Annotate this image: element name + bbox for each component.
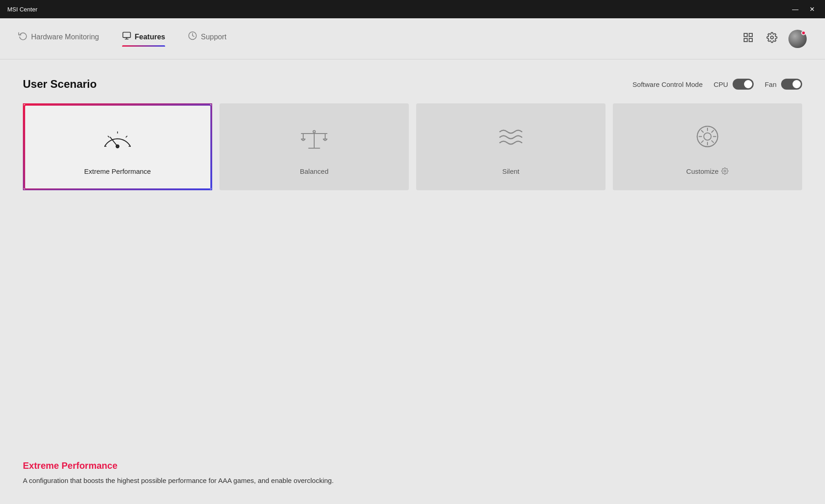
svg-rect-5 — [749, 33, 752, 37]
fan-label: Fan — [765, 80, 777, 88]
description-title: Extreme Performance — [23, 461, 802, 471]
svg-line-12 — [108, 136, 109, 137]
scenario-cards: Extreme Performance — [23, 103, 802, 190]
section-header: User Scenario Software Control Mode CPU … — [23, 78, 802, 91]
svg-rect-7 — [749, 38, 752, 42]
tab-features-label: Features — [135, 33, 166, 41]
navbar: Hardware Monitoring Features — [0, 18, 825, 59]
nav-tabs: Hardware Monitoring Features — [18, 31, 741, 46]
tab-hardware-monitoring-label: Hardware Monitoring — [31, 33, 99, 41]
page-content: User Scenario Software Control Mode CPU … — [0, 59, 825, 504]
clock-icon — [188, 31, 197, 43]
card-extreme-performance[interactable]: Extreme Performance — [23, 103, 212, 190]
svg-line-13 — [126, 136, 127, 137]
tab-support[interactable]: Support — [188, 31, 226, 46]
description-text: A configuration that boosts the highest … — [23, 476, 802, 486]
section-title: User Scenario — [23, 78, 96, 91]
svg-point-23 — [313, 130, 316, 133]
minimize-button[interactable]: — — [789, 5, 801, 14]
fan-toggle-group: Fan — [765, 79, 802, 90]
svg-rect-0 — [123, 32, 130, 38]
svg-point-24 — [704, 133, 711, 140]
card-balanced-label: Balanced — [300, 167, 329, 175]
cpu-toggle[interactable] — [733, 79, 754, 90]
cpu-toggle-group: CPU — [713, 79, 754, 90]
close-button[interactable]: ✕ — [807, 5, 818, 14]
svg-point-26 — [724, 170, 726, 172]
monitor-icon — [122, 31, 131, 43]
app-title: MSI Center — [7, 6, 38, 13]
scales-icon — [296, 119, 332, 160]
window-controls: — ✕ — [789, 5, 818, 14]
refresh-icon — [18, 31, 27, 43]
svg-point-15 — [116, 145, 119, 147]
svg-point-8 — [771, 36, 773, 39]
avatar[interactable] — [788, 30, 807, 48]
tab-features[interactable]: Features — [122, 31, 166, 46]
main-content: Hardware Monitoring Features — [0, 18, 825, 504]
tab-hardware-monitoring[interactable]: Hardware Monitoring — [18, 31, 99, 46]
tab-support-label: Support — [201, 33, 226, 41]
controls-right: Software Control Mode CPU Fan — [632, 79, 802, 90]
svg-rect-6 — [744, 38, 747, 42]
description-section: Extreme Performance A configuration that… — [23, 442, 802, 486]
nav-right-controls — [741, 30, 807, 48]
customize-gear-icon — [689, 119, 726, 160]
svg-rect-4 — [744, 33, 747, 37]
titlebar: MSI Center — ✕ — [0, 0, 825, 18]
cpu-label: CPU — [713, 80, 728, 88]
card-customize-label: Customize — [686, 167, 729, 175]
settings-button[interactable] — [765, 30, 779, 48]
card-customize[interactable]: Customize — [613, 103, 802, 190]
fan-toggle[interactable] — [781, 79, 802, 90]
card-silent-label: Silent — [502, 167, 520, 175]
software-control-label: Software Control Mode — [632, 80, 702, 88]
grid-view-button[interactable] — [741, 30, 755, 48]
customize-settings-icon — [721, 167, 729, 175]
card-silent[interactable]: Silent — [416, 103, 605, 190]
speedometer-icon — [99, 119, 136, 160]
avatar-notification-dot — [801, 31, 806, 35]
card-balanced[interactable]: Balanced — [220, 103, 409, 190]
card-extreme-performance-label: Extreme Performance — [84, 167, 151, 175]
waves-icon — [493, 119, 529, 160]
